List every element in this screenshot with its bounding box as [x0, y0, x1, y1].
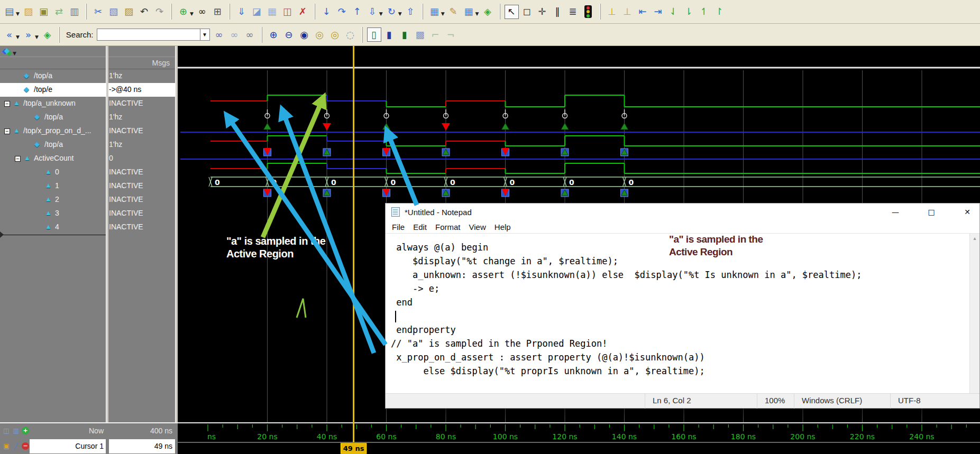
- scroll-up-icon[interactable]: ▴: [973, 235, 976, 241]
- paste-icon[interactable]: ▨: [122, 5, 136, 19]
- zoom-in-icon[interactable]: ⊕: [267, 27, 281, 42]
- group-signals-icon[interactable]: ◈: [40, 27, 54, 42]
- add-marker-icon[interactable]: +: [22, 427, 29, 434]
- wave-style-blue-icon[interactable]: ▮: [382, 27, 397, 42]
- chevron-down-icon[interactable]: ▼: [190, 11, 194, 16]
- next-falling-edge-icon[interactable]: ⇂: [682, 5, 696, 19]
- tree-row--top-a[interactable]: ◆/top/a1'hz: [0, 138, 175, 152]
- wave-save-format-icon[interactable]: ▦: [462, 5, 476, 19]
- save-icon[interactable]: ▣: [36, 5, 51, 19]
- tree-row--top-a[interactable]: ◆/top/a1'hz: [0, 110, 175, 124]
- zoom-mode-icon[interactable]: ◻: [520, 5, 534, 19]
- cut-icon[interactable]: ✂: [91, 5, 105, 19]
- add-cursor-icon[interactable]: ⊥: [605, 5, 619, 19]
- chevron-down-icon[interactable]: ▼: [441, 11, 445, 16]
- next-transition-icon[interactable]: ⇥: [651, 5, 665, 19]
- run-all-icon[interactable]: ↻: [384, 5, 399, 19]
- delete-cursor-icon[interactable]: −: [22, 442, 29, 450]
- wave-edit-insert-icon[interactable]: ▦: [427, 5, 442, 19]
- wave-export-icon[interactable]: ◈: [481, 5, 495, 19]
- wave-style-green-icon[interactable]: ▮: [398, 27, 412, 42]
- tree-row--top-a[interactable]: ◆/top/a1'hz: [0, 69, 175, 83]
- tree-row-3[interactable]: ▲3INACTIVE: [0, 207, 175, 220]
- examine-log-icon[interactable]: ◫: [280, 5, 295, 19]
- zoom-full-icon[interactable]: ◉: [297, 27, 312, 42]
- edit-cursor-icon[interactable]: ╱: [12, 442, 20, 450]
- search-input[interactable]: [97, 29, 200, 41]
- collapse-expander[interactable]: −: [4, 101, 10, 107]
- chevron-down-icon[interactable]: ▼: [475, 11, 479, 16]
- chevron-down-icon[interactable]: ▼: [35, 34, 39, 40]
- search-dropdown-icon[interactable]: ▼: [200, 29, 210, 41]
- tree-row-4[interactable]: ▲4INACTIVE: [0, 220, 175, 234]
- tree-row-2[interactable]: ▲2INACTIVE: [0, 193, 175, 207]
- zoom-out-icon[interactable]: ⊖: [282, 27, 296, 42]
- tree-row-1[interactable]: ▲1INACTIVE: [0, 179, 175, 193]
- restart-sim-icon[interactable]: ↓: [319, 5, 334, 19]
- expand-all-icon[interactable]: »: [21, 27, 35, 42]
- notepad-scrollbar[interactable]: ▴: [969, 234, 979, 394]
- tree-row--top-x-prop-on-d-[interactable]: −▲/top/x_prop_on_d_...INACTIVE: [0, 124, 175, 138]
- compile-icon[interactable]: ⇓: [234, 5, 249, 19]
- pan-mode-icon[interactable]: ✛: [535, 5, 549, 19]
- find-options-icon[interactable]: ∞: [243, 27, 257, 42]
- compile-all-icon[interactable]: ▦: [265, 5, 279, 19]
- find-previous-icon[interactable]: ∞: [227, 27, 242, 42]
- edit-mode-icon[interactable]: ≣: [566, 5, 580, 19]
- wave-filter-left-icon[interactable]: ⌐: [428, 27, 443, 42]
- new-file-icon[interactable]: ▤: [2, 5, 16, 19]
- add-selected-icon[interactable]: ⊕: [176, 5, 190, 19]
- undo-icon[interactable]: ↶: [137, 5, 151, 19]
- close-button[interactable]: ✕: [954, 203, 980, 220]
- zoom-between-cursors-icon[interactable]: ◎: [328, 27, 342, 42]
- column-splitter[interactable]: [106, 46, 108, 454]
- minimize-button[interactable]: —: [882, 203, 909, 220]
- lock-cursor-icon[interactable]: ▣: [3, 442, 10, 450]
- show-cursor-line-icon[interactable]: ▯: [367, 27, 381, 42]
- wave-window-icon[interactable]: ◆ ◆ ◆: [2, 47, 14, 55]
- collapse-all-icon[interactable]: «: [2, 27, 16, 42]
- copy-icon[interactable]: ▧: [106, 5, 121, 19]
- bookmark-icon[interactable]: ▥: [12, 427, 20, 434]
- menu-format[interactable]: Format: [431, 223, 465, 231]
- cursor1-row[interactable]: ▣╱− Cursor 1 49 ns: [0, 439, 178, 454]
- run-length-icon[interactable]: ⇩: [365, 5, 380, 19]
- zoom-range-icon[interactable]: ◌: [343, 27, 358, 42]
- step-out-icon[interactable]: ⇧: [404, 5, 418, 19]
- chevron-down-icon[interactable]: ▼: [16, 34, 20, 40]
- refresh-icon[interactable]: ⇄: [52, 5, 66, 19]
- menu-view[interactable]: View: [465, 223, 490, 231]
- collapse-expander[interactable]: −: [15, 156, 21, 162]
- tree-row-ActiveCount[interactable]: −▲ActiveCount0: [0, 152, 175, 165]
- previous-falling-edge-icon[interactable]: ⇃: [666, 5, 681, 19]
- open-folder-icon[interactable]: ▨: [21, 5, 35, 19]
- delete-compiled-icon[interactable]: ✗: [296, 5, 310, 19]
- chevron-down-icon[interactable]: ▼: [398, 11, 402, 16]
- tree-row--top-e[interactable]: ◆/top/e->@40 ns: [0, 83, 175, 97]
- virtual-objects-icon[interactable]: ▩: [413, 27, 427, 42]
- maximize-button[interactable]: □: [918, 203, 945, 220]
- step-over-icon[interactable]: ↑: [350, 5, 364, 19]
- menu-edit[interactable]: Edit: [409, 223, 431, 231]
- previous-transition-icon[interactable]: ⇤: [636, 5, 650, 19]
- previous-rising-edge-icon[interactable]: ↿: [697, 5, 711, 19]
- menu-help[interactable]: Help: [490, 223, 515, 231]
- run-continue-icon[interactable]: ↷: [335, 5, 349, 19]
- cursor1-label[interactable]: Cursor 1: [75, 442, 104, 450]
- wave-edit-mode-icon[interactable]: ✎: [446, 5, 461, 19]
- tree-row-0[interactable]: ▲0INACTIVE: [0, 165, 175, 179]
- select-mode-icon[interactable]: ↖: [505, 5, 519, 19]
- panel-column-header[interactable]: Msgs: [0, 57, 175, 69]
- zoom-in-on-cursor-icon[interactable]: ◎: [313, 27, 327, 42]
- chevron-down-icon[interactable]: ▼: [16, 11, 20, 16]
- collapse-expander[interactable]: −: [4, 128, 10, 134]
- compile-out-of-date-icon[interactable]: ◪: [250, 5, 264, 19]
- wave-filter-right-icon[interactable]: ¬: [444, 27, 458, 42]
- redo-icon[interactable]: ↷: [152, 5, 167, 19]
- delete-cursor-icon[interactable]: ⊥: [620, 5, 635, 19]
- chevron-down-icon[interactable]: ▼: [379, 11, 383, 16]
- insert-cursor-icon[interactable]: ◫: [3, 427, 10, 434]
- stop-sim-traffic-light-icon[interactable]: [581, 5, 596, 19]
- next-rising-edge-icon[interactable]: ↾: [712, 5, 727, 19]
- find-next-icon[interactable]: ∞: [212, 27, 226, 42]
